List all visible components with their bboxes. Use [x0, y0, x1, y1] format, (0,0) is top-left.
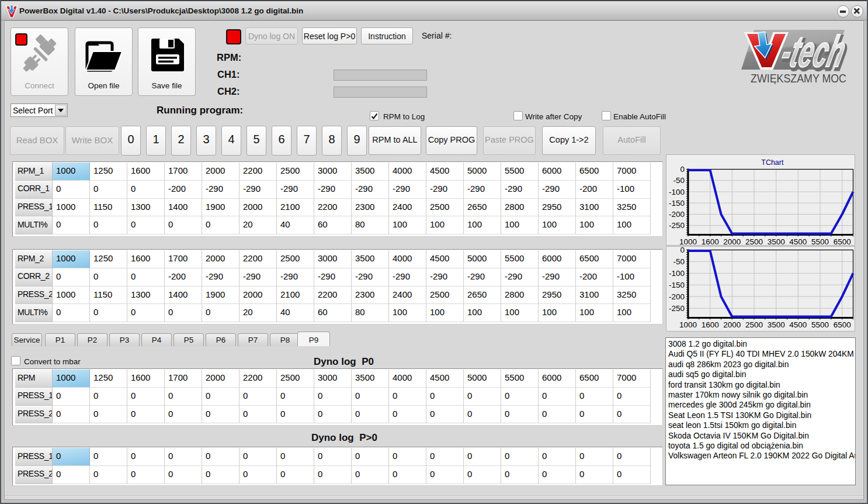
- svg-text:-200: -200: [669, 292, 685, 301]
- svg-text:-200: -200: [669, 210, 685, 219]
- svg-text:-150: -150: [669, 281, 685, 289]
- svg-text:1600: 1600: [702, 320, 719, 329]
- svg-text:-250: -250: [669, 221, 685, 230]
- svg-text:5500: 5500: [811, 237, 829, 246]
- svg-text:TChart: TChart: [761, 158, 784, 167]
- svg-text:4500: 4500: [789, 320, 807, 329]
- svg-text:-50: -50: [673, 257, 685, 266]
- svg-text:0: 0: [680, 165, 685, 174]
- svg-text:5500: 5500: [811, 320, 829, 329]
- svg-text:6500: 6500: [834, 320, 851, 329]
- svg-text:4500: 4500: [789, 237, 807, 246]
- svg-text:-250: -250: [669, 304, 685, 313]
- svg-text:6500: 6500: [834, 237, 851, 246]
- svg-text:3500: 3500: [768, 237, 785, 246]
- svg-text:-50: -50: [673, 176, 685, 185]
- svg-text:-tech: -tech: [777, 26, 850, 76]
- svg-text:ZWIĘKSZAMY MOC: ZWIĘKSZAMY MOC: [751, 72, 846, 84]
- svg-text:2000: 2000: [723, 320, 741, 329]
- svg-text:2500: 2500: [745, 237, 763, 246]
- svg-text:0: 0: [680, 247, 685, 254]
- svg-text:1600: 1600: [702, 237, 719, 246]
- svg-text:-100: -100: [669, 188, 685, 196]
- svg-text:-150: -150: [669, 199, 685, 208]
- svg-text:2000: 2000: [723, 237, 741, 246]
- svg-text:2500: 2500: [745, 320, 763, 329]
- svg-text:1000: 1000: [679, 237, 697, 246]
- svg-text:1000: 1000: [679, 320, 697, 329]
- svg-text:-100: -100: [669, 269, 685, 278]
- svg-text:3500: 3500: [768, 320, 785, 329]
